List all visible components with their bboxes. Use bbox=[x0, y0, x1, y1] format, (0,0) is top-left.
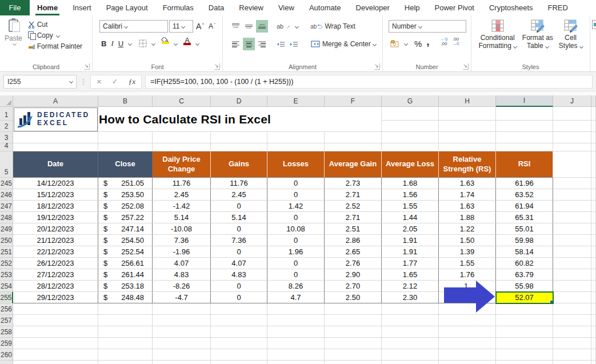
cell[interactable] bbox=[496, 349, 553, 361]
selected-cell-I255[interactable]: 52.07 bbox=[496, 292, 553, 303]
cell[interactable] bbox=[211, 315, 267, 326]
cell-close[interactable]: $247.14 bbox=[98, 223, 153, 235]
cell[interactable] bbox=[553, 201, 591, 212]
row-header-255[interactable]: 255 bbox=[0, 292, 13, 303]
cell-value[interactable]: 11.76 bbox=[153, 178, 211, 189]
cell[interactable] bbox=[496, 132, 553, 143]
cell-value[interactable]: 0 bbox=[267, 212, 325, 223]
cell-value[interactable]: 2.45 bbox=[211, 189, 267, 201]
paste-dropdown-icon[interactable] bbox=[13, 42, 17, 46]
font-color-button[interactable]: A bbox=[182, 37, 193, 50]
accounting-dropdown-icon[interactable] bbox=[404, 41, 408, 45]
cell-value[interactable]: 2.76 bbox=[325, 258, 382, 269]
column-header-H[interactable]: H bbox=[439, 95, 496, 107]
cell-value[interactable]: 4.7 bbox=[267, 292, 325, 303]
fill-color-dropdown-icon[interactable] bbox=[174, 41, 178, 45]
cell-value[interactable]: 0 bbox=[267, 189, 325, 201]
cell[interactable] bbox=[439, 326, 496, 338]
cell[interactable] bbox=[553, 361, 591, 364]
cell-value[interactable]: 4.07 bbox=[153, 258, 211, 269]
underline-button[interactable]: U bbox=[117, 37, 125, 50]
row-header-258[interactable]: 258 bbox=[0, 326, 13, 338]
cell-value[interactable]: -1.42 bbox=[153, 201, 211, 212]
select-all-corner[interactable] bbox=[0, 95, 13, 107]
cell[interactable] bbox=[553, 315, 591, 326]
cell-value[interactable]: 1.55 bbox=[439, 258, 496, 269]
column-header-D[interactable]: D bbox=[211, 95, 267, 107]
cell-value[interactable]: 2.90 bbox=[325, 269, 382, 281]
tab-developer[interactable]: Developer bbox=[349, 0, 397, 15]
cell-value[interactable]: 2.51 bbox=[325, 223, 382, 235]
cell[interactable] bbox=[13, 349, 98, 361]
tab-file[interactable]: File bbox=[0, 0, 30, 15]
cell-value[interactable]: 7.36 bbox=[211, 235, 267, 246]
cell[interactable] bbox=[13, 303, 98, 315]
cell[interactable] bbox=[496, 361, 553, 364]
cell-close[interactable]: $254.50 bbox=[98, 235, 153, 246]
cell[interactable] bbox=[153, 338, 211, 349]
row-header-5[interactable]: 5 bbox=[0, 151, 13, 178]
cell-value[interactable]: 0 bbox=[267, 258, 325, 269]
cell[interactable] bbox=[591, 189, 596, 201]
cell[interactable] bbox=[591, 361, 596, 364]
cell-value[interactable]: 2.45 bbox=[153, 189, 211, 201]
cell-value[interactable]: 8.26 bbox=[267, 281, 325, 292]
cell[interactable] bbox=[382, 143, 439, 151]
cell-value[interactable]: 2.71 bbox=[325, 212, 382, 223]
cell-value[interactable]: 1.91 bbox=[382, 235, 439, 246]
cell-date[interactable]: 18/12/2023 bbox=[13, 201, 98, 212]
cell[interactable] bbox=[211, 338, 267, 349]
tab-insert[interactable]: Insert bbox=[65, 0, 99, 15]
cell-date[interactable]: 21/12/2023 bbox=[13, 235, 98, 246]
cell[interactable] bbox=[13, 361, 98, 364]
cell-date[interactable]: 29/12/2023 bbox=[13, 292, 98, 303]
font-color-dropdown-icon[interactable] bbox=[195, 41, 199, 45]
row-header-245[interactable]: 245 bbox=[0, 178, 13, 189]
cell-value[interactable]: 65.31 bbox=[496, 212, 553, 223]
cell[interactable] bbox=[98, 361, 153, 364]
cell-value[interactable] bbox=[439, 292, 496, 303]
cell-value[interactable]: 1.56 bbox=[382, 189, 439, 201]
cell[interactable] bbox=[439, 143, 496, 151]
cell-close[interactable]: $251.05 bbox=[98, 178, 153, 189]
cell[interactable] bbox=[382, 107, 439, 121]
insert-function-button[interactable]: ƒx bbox=[129, 77, 135, 86]
cell-value[interactable]: 2.52 bbox=[325, 201, 382, 212]
cell[interactable] bbox=[591, 235, 596, 246]
cell[interactable] bbox=[553, 269, 591, 281]
copy-button[interactable]: Copy bbox=[28, 31, 82, 39]
decrease-indent-button[interactable] bbox=[275, 38, 287, 50]
row-header-256[interactable]: 256 bbox=[0, 303, 13, 315]
column-header-J[interactable]: J bbox=[553, 95, 591, 107]
cell[interactable] bbox=[496, 326, 553, 338]
cell-value[interactable]: 0 bbox=[211, 201, 267, 212]
alignment-dialog-launcher[interactable]: ↘ bbox=[374, 63, 380, 70]
cell[interactable] bbox=[496, 107, 553, 121]
cell[interactable] bbox=[591, 269, 596, 281]
table-header-gains[interactable]: Gains bbox=[211, 151, 267, 178]
increase-indent-button[interactable] bbox=[288, 38, 300, 50]
cancel-button[interactable]: × bbox=[97, 77, 102, 86]
cell[interactable] bbox=[13, 132, 98, 143]
cell-value[interactable]: 0 bbox=[211, 281, 267, 292]
cell[interactable] bbox=[553, 107, 591, 121]
cell-date[interactable]: 28/12/2023 bbox=[13, 281, 98, 292]
cell[interactable] bbox=[496, 143, 553, 151]
cell-value[interactable]: 1.68 bbox=[382, 178, 439, 189]
cell[interactable] bbox=[553, 292, 591, 303]
table-header-losses[interactable]: Losses bbox=[267, 151, 325, 178]
number-dialog-launcher[interactable]: ↘ bbox=[463, 63, 469, 70]
cell-value[interactable]: 11.76 bbox=[211, 178, 267, 189]
cell[interactable] bbox=[382, 121, 439, 132]
cell-value[interactable]: 55.98 bbox=[496, 281, 553, 292]
name-box-dropdown-icon[interactable] bbox=[69, 79, 73, 83]
cell[interactable] bbox=[98, 303, 153, 315]
cell[interactable] bbox=[439, 303, 496, 315]
align-center-button[interactable] bbox=[243, 38, 255, 50]
cell-value[interactable]: 59.98 bbox=[496, 235, 553, 246]
row-header-253[interactable]: 253 bbox=[0, 269, 13, 281]
cell-date[interactable]: 19/12/2023 bbox=[13, 212, 98, 223]
cell-value[interactable]: 2.12 bbox=[382, 281, 439, 292]
column-header-C[interactable]: C bbox=[153, 95, 211, 107]
cell-value[interactable]: 58.14 bbox=[496, 246, 553, 258]
